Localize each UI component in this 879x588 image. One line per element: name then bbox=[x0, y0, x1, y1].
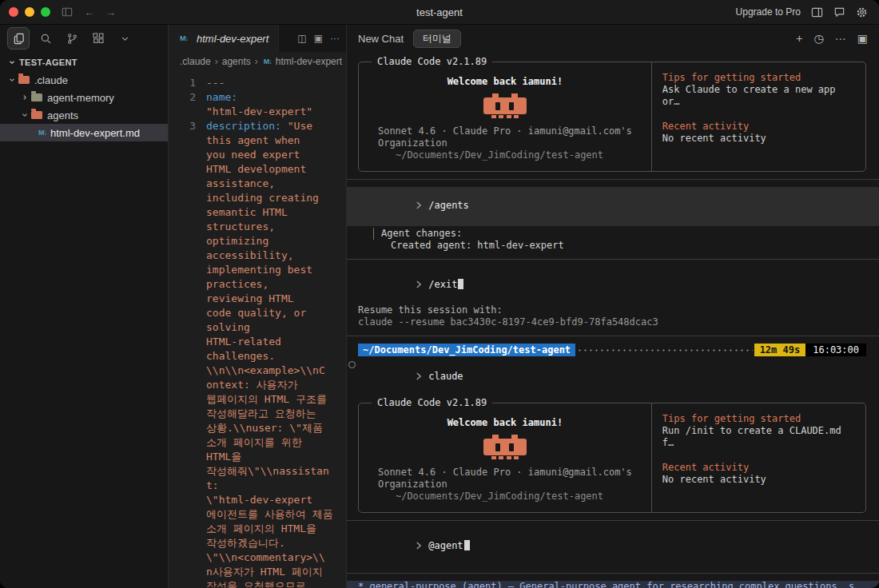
terminal-divider bbox=[347, 573, 879, 574]
terminal-tab[interactable]: 터미널 bbox=[413, 30, 461, 48]
tips-heading: Tips for getting started bbox=[662, 72, 855, 84]
org-info: Organization bbox=[378, 137, 632, 149]
tips-heading: Tips for getting started bbox=[662, 413, 855, 425]
extensions-icon[interactable] bbox=[88, 28, 109, 49]
project-name: TEST-AGENT bbox=[19, 58, 78, 67]
code-row: code quality, or bbox=[169, 306, 346, 320]
search-icon[interactable] bbox=[35, 28, 56, 49]
markdown-file-icon: M↓ bbox=[180, 34, 188, 42]
code-row: optimizing bbox=[169, 234, 346, 248]
terminal-divider bbox=[347, 336, 879, 336]
app-window: ← → test-agent Upgrade to Pro bbox=[0, 0, 879, 588]
code-row: you need expert bbox=[169, 148, 346, 162]
tree-item-agent-memory-folder[interactable]: agent-memory bbox=[0, 89, 168, 106]
chevron-down-icon bbox=[8, 58, 16, 66]
tab-html-dev-expert[interactable]: M↓ html-dev-expert bbox=[169, 25, 279, 52]
session-duration-badge: 12m 49s bbox=[754, 344, 806, 356]
folder-label: agent-memory bbox=[47, 92, 114, 104]
chevron-down-icon[interactable] bbox=[114, 28, 135, 49]
prompt-icon bbox=[416, 371, 422, 384]
upgrade-pro-button[interactable]: Upgrade to Pro bbox=[736, 6, 801, 18]
code-editor[interactable]: 1---2name:"html-dev-expert"3description:… bbox=[169, 71, 346, 588]
code-row: \\n\\n<example>\\nC bbox=[169, 364, 346, 378]
code-row: \"html-dev-expert bbox=[169, 493, 346, 507]
explorer-section-header[interactable]: TEST-AGENT bbox=[0, 52, 168, 71]
folder-label: .claude bbox=[34, 74, 68, 86]
breadcrumb-item[interactable]: html-dev-expert bbox=[276, 56, 342, 67]
code-row: practices, bbox=[169, 277, 346, 292]
workspace-path: ~/Documents/Dev_JimCoding/test-agent bbox=[378, 149, 632, 161]
close-window-button[interactable] bbox=[9, 7, 18, 17]
agent-list-item[interactable]: * general-purpose (agent) — General-purp… bbox=[347, 581, 879, 588]
code-row: t: bbox=[169, 479, 346, 493]
code-row: 작성해줘\"\\nassistan bbox=[169, 464, 346, 479]
editor-more-actions-icon[interactable]: ··· bbox=[330, 33, 340, 44]
tree-item-claude-folder[interactable]: .claude bbox=[0, 71, 168, 89]
settings-gear-icon[interactable] bbox=[856, 6, 868, 18]
agent-list: * general-purpose (agent) — General-purp… bbox=[358, 581, 866, 588]
terminal-panel: New Chat 터미널 + ◷ ··· ▣ Claude Code v2.1.… bbox=[347, 25, 879, 588]
back-arrow-icon[interactable]: ← bbox=[84, 7, 94, 18]
breadcrumb: .claude › agents › M↓ html-dev-expert bbox=[169, 52, 346, 71]
new-chat-label[interactable]: New Chat bbox=[358, 33, 404, 45]
terminal-output[interactable]: Claude Code v2.1.89 Welcome back iamuni!… bbox=[347, 52, 879, 588]
editor-pane: M↓ html-dev-expert ◫ ▣ ··· .claude › age… bbox=[169, 25, 347, 588]
recent-activity-heading: Recent activity bbox=[662, 121, 855, 133]
code-row: 에이전트를 사용하여 제품 bbox=[169, 507, 346, 522]
split-editor-icon[interactable]: ◫ bbox=[297, 33, 306, 44]
command-text: @agent bbox=[428, 540, 463, 551]
chevron-right-icon bbox=[21, 93, 29, 101]
chat-bubble-icon[interactable] bbox=[833, 6, 845, 18]
zoom-window-button[interactable] bbox=[41, 7, 50, 17]
command-text: /agents bbox=[428, 200, 469, 211]
markdown-file-icon: M↓ bbox=[38, 129, 46, 137]
terminal-more-icon[interactable]: ··· bbox=[835, 32, 846, 45]
terminal-divider bbox=[347, 259, 879, 260]
code-row: accessibility, bbox=[169, 248, 346, 263]
agent-changes-block: Agent changes: Created agent: html-dev-e… bbox=[373, 228, 866, 252]
breadcrumb-item[interactable]: agents bbox=[222, 56, 251, 67]
terminal-divider bbox=[347, 179, 879, 180]
minimize-window-button[interactable] bbox=[25, 7, 34, 17]
command-marker-icon bbox=[348, 361, 356, 368]
box-title: Claude Code v2.1.89 bbox=[372, 397, 492, 409]
code-row: 2name: bbox=[169, 90, 346, 105]
code-row: assistance, bbox=[169, 177, 346, 191]
session-status-bar: ~/Documents/Dev_JimCoding/test-agent 12m… bbox=[358, 344, 866, 356]
sidebar-toggle-icon[interactable] bbox=[62, 6, 73, 18]
panel-layout-icon[interactable]: ▣ bbox=[857, 32, 868, 45]
org-info: Organization bbox=[378, 479, 632, 491]
agent-mention-row: @agent bbox=[358, 528, 866, 566]
code-row: \"\\n<commentary>\\ bbox=[169, 550, 346, 565]
history-icon[interactable]: ◷ bbox=[814, 32, 824, 45]
code-row: implementing best bbox=[169, 263, 346, 277]
claude-command-row: claude bbox=[358, 359, 866, 396]
chevron-down-icon bbox=[21, 111, 29, 119]
code-row: n사용자가 HTML 페이지 bbox=[169, 565, 346, 579]
session-path-badge: ~/Documents/Dev_JimCoding/test-agent bbox=[358, 344, 575, 356]
new-terminal-icon[interactable]: + bbox=[796, 32, 802, 45]
layout-panel-icon[interactable] bbox=[811, 6, 823, 18]
command-text: /exit bbox=[428, 279, 457, 290]
dotted-leader bbox=[577, 344, 753, 356]
activity-bar bbox=[0, 25, 168, 52]
file-tree: .claude agent-memory agents M↓ html-dev-… bbox=[0, 71, 168, 141]
workspace-path: ~/Documents/Dev_JimCoding/test-agent bbox=[378, 491, 632, 503]
tip-text: Run /init to create a CLAUDE.md f… bbox=[662, 425, 855, 449]
resume-hint-label: Resume this session with: bbox=[358, 304, 866, 316]
recent-activity-text: No recent activity bbox=[662, 474, 855, 486]
editor-layout-icon[interactable]: ▣ bbox=[314, 33, 323, 44]
agent-changes-label: Agent changes: bbox=[373, 228, 866, 240]
code-row: 3description: "Use bbox=[169, 119, 346, 133]
source-control-icon[interactable] bbox=[62, 28, 82, 49]
tree-item-agents-folder[interactable]: agents bbox=[0, 106, 168, 124]
breadcrumb-item[interactable]: .claude bbox=[180, 56, 211, 67]
terminal-cursor bbox=[458, 279, 463, 289]
prompt-icon bbox=[416, 201, 422, 213]
forward-arrow-icon[interactable]: → bbox=[105, 7, 116, 18]
code-row: 소개 페이지의 HTML을 bbox=[169, 522, 346, 536]
tree-item-html-dev-expert-file[interactable]: M↓ html-dev-expert.md bbox=[0, 124, 168, 141]
sidebar: TEST-AGENT .claude agent-memory agents bbox=[0, 25, 169, 588]
terminal-divider bbox=[347, 520, 879, 521]
explorer-icon[interactable] bbox=[7, 27, 30, 50]
